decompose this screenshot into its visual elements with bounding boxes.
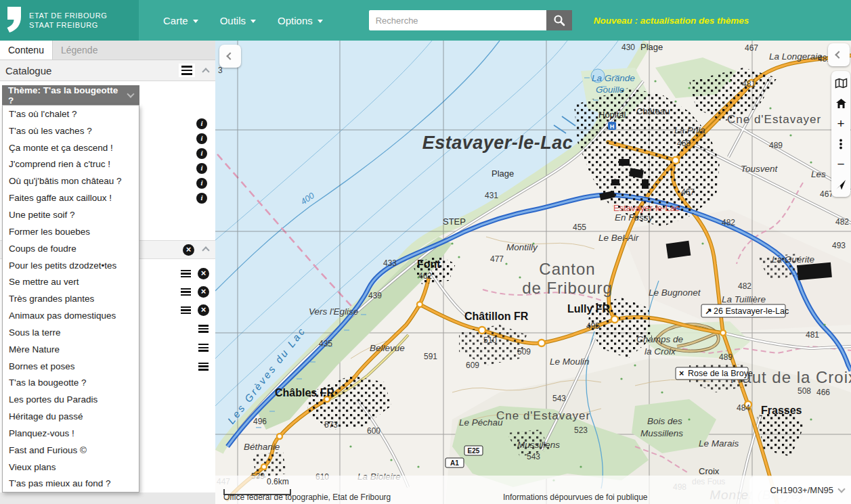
map-label: 481 [742,79,756,89]
map-label: Le Moulin [550,357,590,367]
sidebar-tabs: Contenu Légende [0,41,215,60]
search-button[interactable] [546,10,572,30]
collapse-catalogue-chevron-up-icon[interactable] [202,68,209,75]
map-label: 466 [816,388,830,397]
info-icon[interactable]: i [196,178,207,189]
search-input[interactable] [369,10,546,30]
map-label: 467 [681,187,695,197]
theme-menu-item[interactable]: Une petite soif ? [3,206,139,223]
theme-menu-item[interactable]: Former les bouebes [3,223,139,240]
sidebar: Contenu Légende Catalogue i i i i i i × … [0,41,215,504]
theme-menu-item[interactable]: T'as où les vaches ? [3,122,139,139]
collapse-right-panel-button[interactable] [828,43,850,66]
collapse-sidebar-button[interactable] [219,45,241,68]
theme-menu-item[interactable]: T'as pas mieux au fond ? [3,476,139,492]
menu-carte[interactable]: Carte [152,8,209,33]
collapse-panel-chevron-up-icon[interactable] [202,246,209,254]
map-label: Le Marais [699,438,739,449]
theme-dropdown: Thème: T'as la bougeotte ? T'as où l'cha… [2,85,139,492]
theme-menu-item[interactable]: T'as la bougeotte ? [3,375,139,392]
drag-handle-icon[interactable] [198,363,209,371]
brand-line2: STAAT FREIBURG [29,20,107,30]
map-label: Estavayer-le-Lac [422,133,573,153]
info-icon[interactable]: i [196,193,207,204]
chevron-down-icon [837,485,845,492]
map-label: Les [811,169,826,179]
theme-menu-item[interactable]: Ça monte et ça descend ! [3,139,139,156]
info-icon[interactable]: i [196,163,207,174]
chevron-down-icon [127,90,135,97]
hamburger-icon [181,66,192,74]
theme-menu-item[interactable]: Fast and Furious © [3,442,139,459]
map-label: Hôpital [598,110,626,120]
brand-text: ETAT DE FRIBOURG STAAT FREIBURG [29,11,107,30]
theme-menu-item[interactable]: Les portes du Paradis [3,391,139,408]
catalogue-menu-button[interactable] [179,64,195,76]
catalogue-title: Catalogue [5,65,179,76]
theme-menu-item[interactable]: Pour les petits dzodzet•tes [3,257,139,274]
close-panel-icon[interactable]: × [183,244,194,256]
map-label: 482 [738,281,751,291]
drag-handle-icon[interactable] [198,325,209,333]
home-button[interactable] [832,94,850,113]
map-label: 543 [527,452,540,461]
theme-menu-item[interactable]: Se mettre au vert [3,273,139,290]
sidebar-bottom-strip [0,492,215,504]
drag-handle-icon[interactable] [198,344,209,352]
theme-menu-item[interactable]: Très grandes plantes [3,290,139,307]
theme-menu-item[interactable]: J'comprend rien à c'truc ! [3,156,139,173]
remove-layer-icon[interactable]: × [198,268,209,279]
map-label: 462 [418,271,432,281]
attribution: Office fédéral de topographie, Etat de F… [223,492,391,502]
map-label: 609 [466,361,479,370]
chevron-down-icon [250,20,256,23]
zoom-in-button[interactable]: + [832,114,850,133]
zoom-out-button[interactable]: − [832,155,850,174]
theme-menu-item[interactable]: Héritage du passé [3,408,139,425]
menu-carte-label: Carte [163,15,188,26]
chevron-left-icon [835,51,842,58]
theme-menu-item[interactable]: Mère Nature [3,341,139,358]
locate-button[interactable] [832,175,850,194]
drag-handle-icon[interactable] [181,306,191,315]
projection-selector[interactable]: CH1903+/MN95 [749,476,851,504]
theme-menu-item[interactable]: Sous la terre [3,324,139,341]
map-label: Montilly [506,242,538,252]
info-icon[interactable]: i [196,133,207,144]
map-label: En Fussy [615,212,654,223]
chevron-down-icon [318,20,323,23]
map-label: 435 [319,339,332,348]
info-icon[interactable]: i [196,148,207,159]
theme-menu-item[interactable]: T'as où l'chalet ? [3,106,139,122]
map-label: 484 [737,403,750,413]
tab-legende[interactable]: Légende [53,41,106,60]
drag-handle-icon[interactable] [181,288,191,296]
theme-menu-item[interactable]: Animaux pas domestiques [3,307,139,324]
more-tools-button[interactable] [832,135,850,154]
map-label: Lully FR [567,303,611,315]
overview-map-button[interactable] [832,74,850,93]
theme-menu-item[interactable]: Faites gaffe aux cailloux ! [3,189,139,206]
info-icon[interactable]: i [196,118,207,129]
theme-menu-item[interactable]: Coups de foudre [3,240,139,257]
menu-outils[interactable]: Outils [209,8,267,33]
tab-contenu[interactable]: Contenu [0,41,53,60]
menu-options[interactable]: Options [267,8,334,33]
theme-menu-item[interactable]: Bornes et poses [3,358,139,375]
theme-menu-item[interactable]: Vieux plans [3,459,139,476]
theme-menu-item[interactable]: Planquez-vous ! [3,425,139,442]
remove-layer-icon[interactable]: × [198,286,209,298]
app-header: ETAT DE FRIBOURG STAAT FREIBURG Carte Ou… [0,0,851,41]
theme-dropdown-button[interactable]: Thème: T'as la bougeotte ? [2,85,139,105]
route-shield-label: E25 [468,447,480,455]
news-notice[interactable]: Nouveau : actualisation des thèmes [594,16,749,26]
map-label: 496 [253,417,267,426]
map-canvas[interactable]: H E25A1 430Plage467La Longeraie481La Gra… [215,41,851,504]
theme-menu-item[interactable]: Où qu'j'bâtis mon château ? [3,173,139,189]
map-label: Bellevue [370,343,405,353]
map-label: 481 [806,330,819,340]
drag-handle-icon[interactable] [181,270,191,278]
brand-block[interactable]: ETAT DE FRIBOURG STAAT FREIBURG [0,0,139,41]
catalogue-header: Catalogue [0,60,215,81]
remove-layer-icon[interactable]: × [198,304,209,316]
